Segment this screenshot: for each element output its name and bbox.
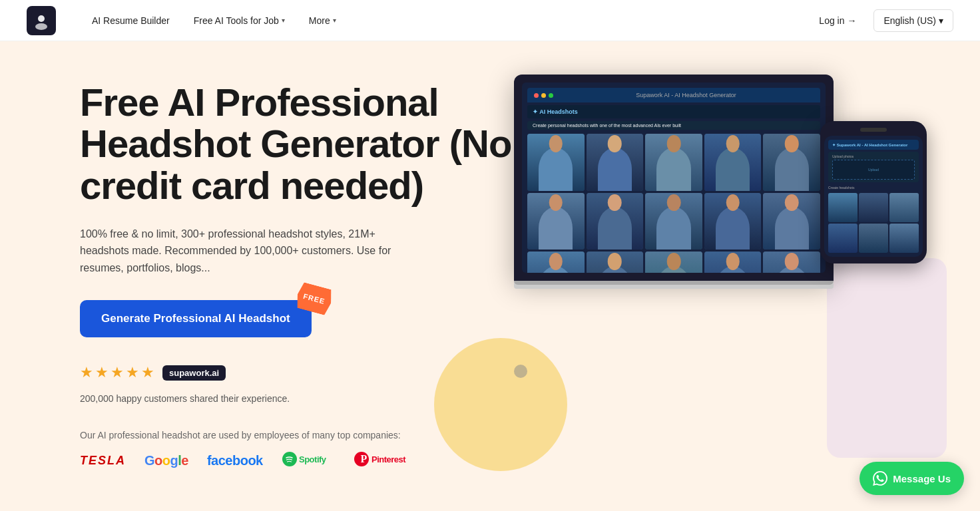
headshot-4 [704, 134, 762, 191]
phone-headshot-6 [889, 224, 919, 253]
star-4: ★ [126, 364, 139, 381]
nav-free-ai-tools-label: Free AI Tools for Job [194, 15, 279, 26]
headshot-13 [645, 252, 702, 273]
language-label: English (US) [883, 15, 936, 26]
svg-text:P: P [360, 453, 367, 464]
nav-ai-resume-builder[interactable]: AI Resume Builder [83, 10, 179, 31]
minimize-dot [541, 93, 546, 98]
laptop-base [514, 281, 834, 289]
brand-logo-badge: supawork.ai [162, 365, 226, 381]
chevron-down-icon: ▾ [939, 15, 943, 26]
chevron-down-icon: ▾ [333, 17, 336, 24]
phone-headshot-grid [828, 193, 919, 253]
laptop-screen: Supawork AI - AI Headshot Generator ✦ AI… [514, 75, 834, 281]
window-controls [534, 93, 553, 98]
phone-app-header: ✦ Supawork AI - AI Headshot Generator [828, 140, 919, 150]
message-us-label: Message Us [893, 473, 951, 484]
phone-upload-section: Upload photos Upload [828, 152, 919, 182]
nav-right: Log in → English (US) ▾ [810, 9, 953, 32]
chevron-down-icon: ▾ [282, 17, 285, 24]
language-selector[interactable]: English (US) ▾ [873, 9, 953, 32]
phone-headshot-1 [828, 193, 858, 222]
nav-links: AI Resume Builder Free AI Tools for Job … [83, 10, 810, 31]
maximize-dot [549, 93, 553, 98]
facebook-logo: facebook [207, 453, 263, 468]
star-3: ★ [111, 364, 124, 381]
nav-more[interactable]: More ▾ [300, 10, 346, 31]
svg-text:Spotify: Spotify [299, 454, 327, 464]
logo-icon [27, 6, 56, 35]
headshot-14 [704, 252, 762, 273]
headshot-12 [587, 252, 644, 273]
cta-wrapper: Generate Professional AI Headshot FREE [80, 300, 312, 337]
phone-screen: ✦ Supawork AI - AI Headshot Generator Up… [824, 136, 923, 257]
nav-free-ai-tools[interactable]: Free AI Tools for Job ▾ [184, 10, 294, 31]
hero-section: Free AI Professional Headshot Generator … [0, 41, 980, 511]
review-text: 200,000 happy customers shared their exp… [80, 392, 519, 406]
hero-subtitle: 100% free & no limit, 300+ professional … [80, 226, 426, 277]
generate-headshot-button[interactable]: Generate Professional AI Headshot [80, 300, 312, 337]
svg-point-2 [35, 23, 47, 30]
google-logo: Google [144, 453, 188, 468]
laptop-header: Supawork AI - AI Headshot Generator [527, 88, 820, 102]
phone-headshot-5 [859, 224, 888, 253]
headshot-3 [645, 134, 702, 191]
phone-notch [860, 128, 887, 132]
laptop-screen-inner: Supawork AI - AI Headshot Generator ✦ AI… [522, 83, 826, 273]
nav-more-label: More [309, 15, 330, 26]
whatsapp-icon [873, 471, 887, 486]
svg-text:Pinterest: Pinterest [371, 454, 406, 464]
headshot-11 [527, 252, 585, 273]
headshot-9 [704, 193, 762, 250]
star-2: ★ [95, 364, 109, 381]
headshot-grid [527, 134, 820, 273]
phone-headshot-3 [889, 193, 919, 222]
phone-frame: ✦ Supawork AI - AI Headshot Generator Up… [820, 121, 927, 263]
phone-upload-box[interactable]: Upload [832, 160, 915, 180]
tesla-logo: TESLA [80, 454, 126, 468]
headshot-5 [763, 134, 820, 191]
login-button[interactable]: Log in → [810, 10, 865, 31]
logo[interactable] [27, 6, 56, 35]
phone-upload-label: Upload photos [832, 154, 915, 158]
spotify-logo: Spotify [282, 451, 335, 470]
company-label: Our AI professional headshot are used by… [80, 430, 519, 440]
phone-headshot-4 [828, 224, 858, 253]
phone-headshot-2 [859, 193, 888, 222]
headshot-6 [527, 193, 585, 250]
star-5: ★ [141, 364, 154, 381]
company-logos: TESLA Google facebook Spotify [80, 451, 519, 470]
close-dot [534, 93, 539, 98]
star-rating: ★ ★ ★ ★ ★ [80, 364, 154, 381]
svg-point-1 [38, 15, 45, 22]
navigation: AI Resume Builder Free AI Tools for Job … [0, 0, 980, 41]
phone-create-label: Create headshots [828, 184, 919, 191]
laptop-app-subtitle: Create personal headshots with one of th… [527, 121, 820, 130]
nav-ai-resume-builder-label: AI Resume Builder [92, 15, 170, 26]
headshot-15 [763, 252, 820, 273]
headshot-2 [587, 134, 644, 191]
login-label: Log in → [819, 15, 856, 26]
headshot-7 [587, 193, 644, 250]
hero-image-area: Supawork AI - AI Headshot Generator ✦ AI… [514, 41, 980, 511]
laptop-hinge [514, 281, 834, 285]
pinterest-logo: P Pinterest [354, 451, 413, 470]
hero-title: Free AI Professional Headshot Generator … [80, 82, 519, 207]
headshot-10 [763, 193, 820, 250]
message-us-button[interactable]: Message Us [859, 462, 964, 495]
star-1: ★ [80, 364, 93, 381]
headshot-1 [527, 134, 585, 191]
laptop-window-title: Supawork AI - AI Headshot Generator [559, 92, 814, 98]
laptop-app-title: ✦ AI Headshots [527, 105, 820, 118]
laptop-mockup: Supawork AI - AI Headshot Generator ✦ AI… [514, 75, 847, 289]
review-section: ★ ★ ★ ★ ★ supawork.ai [80, 364, 519, 381]
phone-mockup: ✦ Supawork AI - AI Headshot Generator Up… [820, 121, 940, 263]
headshot-8 [645, 193, 702, 250]
company-section: Our AI professional headshot are used by… [80, 430, 519, 470]
hero-content: Free AI Professional Headshot Generator … [80, 82, 519, 471]
